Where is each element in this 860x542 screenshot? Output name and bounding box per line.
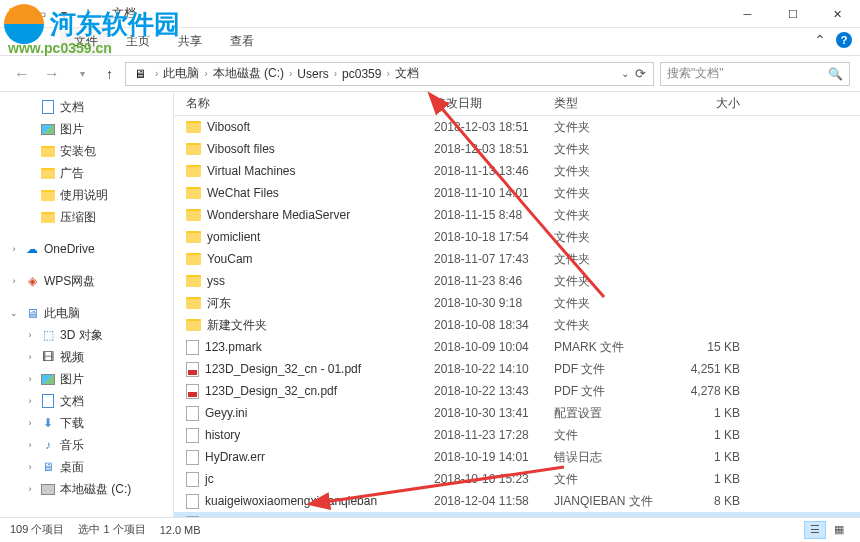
breadcrumb-users[interactable]: Users	[295, 67, 330, 81]
navigation-tree[interactable]: 文档 图片 安装包 广告 使用说明 压缩图 ›☁OneDrive ›◈WPS网盘…	[0, 92, 174, 517]
sidebar-item-video[interactable]: ›🎞视频	[0, 346, 173, 368]
file-date: 2018-12-03 18:51	[434, 142, 554, 156]
ribbon-collapse-icon[interactable]: ⌃	[814, 32, 826, 48]
file-size: 1 KB	[668, 406, 758, 420]
chevron-right-icon[interactable]: ›	[201, 68, 210, 79]
sidebar-item-desktop[interactable]: ›🖥桌面	[0, 456, 173, 478]
file-row[interactable]: yss2018-11-23 8:46文件夹	[174, 270, 860, 292]
file-row[interactable]: 123D_Design_32_cn - 01.pdf2018-10-22 14:…	[174, 358, 860, 380]
tab-view[interactable]: 查看	[216, 28, 268, 55]
file-row[interactable]: yomiclient2018-10-18 17:54文件夹	[174, 226, 860, 248]
file-date: 2018-12-10 10:15	[434, 516, 554, 517]
nav-back-button[interactable]: ←	[10, 62, 34, 86]
sidebar-item-ads[interactable]: 广告	[0, 162, 173, 184]
sidebar-item-thispc[interactable]: ⌄🖥此电脑	[0, 302, 173, 324]
sidebar-item-disk[interactable]: ›本地磁盘 (C:)	[0, 478, 173, 500]
tab-file[interactable]: 文件	[60, 28, 112, 55]
refresh-icon[interactable]: ⟳	[631, 66, 649, 81]
file-row[interactable]: Wondershare MediaServer2018-11-15 8:48文件…	[174, 204, 860, 226]
column-name[interactable]: 名称	[174, 95, 434, 112]
file-row[interactable]: NewSlideshow.swf2018-12-10 10:15SWF 影片12…	[174, 512, 860, 517]
video-icon: 🎞	[40, 349, 56, 365]
folder-icon	[186, 209, 201, 221]
column-type[interactable]: 类型	[554, 95, 668, 112]
column-size[interactable]: 大小	[668, 95, 758, 112]
file-row[interactable]: 河东2018-10-30 9:18文件夹	[174, 292, 860, 314]
file-icon	[186, 428, 199, 443]
file-row[interactable]: 新建文件夹2018-10-08 18:34文件夹	[174, 314, 860, 336]
wps-icon: ◈	[24, 273, 40, 289]
breadcrumb-dropdown-icon[interactable]: ⌄	[621, 68, 629, 79]
breadcrumb[interactable]: 🖥 › 此电脑 › 本地磁盘 (C:) › Users › pc0359 › 文…	[125, 62, 654, 86]
help-icon[interactable]: ?	[836, 32, 852, 48]
sidebar-item-documents2[interactable]: ›文档	[0, 390, 173, 412]
breadcrumb-docs[interactable]: 文档	[393, 65, 421, 82]
file-list[interactable]: Vibosoft2018-12-03 18:51文件夹Vibosoft file…	[174, 116, 860, 517]
file-row[interactable]: WeChat Files2018-11-10 14:01文件夹	[174, 182, 860, 204]
chevron-right-icon[interactable]: ›	[383, 68, 392, 79]
nav-forward-button[interactable]: →	[40, 62, 64, 86]
file-size: 15 KB	[668, 340, 758, 354]
file-name: Virtual Machines	[207, 164, 296, 178]
file-name: jc	[205, 472, 214, 486]
breadcrumb-user[interactable]: pc0359	[340, 67, 383, 81]
file-icon	[186, 340, 199, 355]
sidebar-item-zip[interactable]: 压缩图	[0, 206, 173, 228]
close-button[interactable]: ✕	[815, 0, 860, 28]
breadcrumb-drive[interactable]: 本地磁盘 (C:)	[211, 65, 286, 82]
sidebar-item-wps[interactable]: ›◈WPS网盘	[0, 270, 173, 292]
file-name: history	[205, 428, 240, 442]
view-details-button[interactable]: ☰	[804, 521, 826, 539]
search-input[interactable]: 搜索"文档" 🔍	[660, 62, 850, 86]
file-row[interactable]: 123.pmark2018-10-09 10:04PMARK 文件15 KB	[174, 336, 860, 358]
qat-dropdown-icon[interactable]: ▾	[54, 4, 74, 24]
file-row[interactable]: kuaigeiwoxiaomengxi.jianqieban2018-12-04…	[174, 490, 860, 512]
file-row[interactable]: Vibosoft files2018-12-03 18:51文件夹	[174, 138, 860, 160]
file-date: 2018-11-23 17:28	[434, 428, 554, 442]
sidebar-item-3d[interactable]: ›⬚3D 对象	[0, 324, 173, 346]
navigation-bar: ← → ▾ ↑ 🖥 › 此电脑 › 本地磁盘 (C:) › Users › pc…	[0, 56, 860, 92]
maximize-button[interactable]: ☐	[770, 0, 815, 28]
file-name: kuaigeiwoxiaomengxi.jianqieban	[205, 494, 377, 508]
file-row[interactable]: 123D_Design_32_cn.pdf2018-10-22 13:43PDF…	[174, 380, 860, 402]
file-row[interactable]: Virtual Machines2018-11-13 13:46文件夹	[174, 160, 860, 182]
file-row[interactable]: history2018-11-23 17:28文件1 KB	[174, 424, 860, 446]
sidebar-item-music[interactable]: ›♪音乐	[0, 434, 173, 456]
file-name: NewSlideshow.swf	[205, 516, 304, 517]
sidebar-item-onedrive[interactable]: ›☁OneDrive	[0, 238, 173, 260]
tab-share[interactable]: 共享	[164, 28, 216, 55]
file-row[interactable]: YouCam2018-11-07 17:43文件夹	[174, 248, 860, 270]
file-row[interactable]: Geyy.ini2018-10-30 13:41配置设置1 KB	[174, 402, 860, 424]
sidebar-item-pictures2[interactable]: ›图片	[0, 368, 173, 390]
sidebar-item-pictures[interactable]: 图片	[0, 118, 173, 140]
qat-properties-icon[interactable]: ▭	[30, 4, 50, 24]
tab-home[interactable]: 主页	[112, 28, 164, 55]
sidebar-item-downloads[interactable]: ›⬇下载	[0, 412, 173, 434]
nav-recent-dropdown[interactable]: ▾	[70, 62, 94, 86]
file-row[interactable]: HyDraw.err2018-10-19 14:01错误日志1 KB	[174, 446, 860, 468]
breadcrumb-thispc[interactable]: 此电脑	[161, 65, 201, 82]
window-title: 文档	[112, 5, 136, 22]
search-icon[interactable]: 🔍	[828, 67, 843, 81]
sidebar-item-manual[interactable]: 使用说明	[0, 184, 173, 206]
file-name: 河东	[207, 295, 231, 312]
file-size: 4,251 KB	[668, 362, 758, 376]
chevron-right-icon[interactable]: ›	[331, 68, 340, 79]
file-row[interactable]: jc2018-10-10 15:23文件1 KB	[174, 468, 860, 490]
ribbon-tabs: 文件 主页 共享 查看 ⌃ ?	[0, 28, 860, 56]
sidebar-item-install[interactable]: 安装包	[0, 140, 173, 162]
file-type: 文件	[554, 471, 668, 488]
swf-icon	[186, 516, 199, 518]
status-item-count: 109 个项目	[10, 522, 64, 537]
file-name: 123.pmark	[205, 340, 262, 354]
view-icons-button[interactable]: ▦	[828, 521, 850, 539]
column-headers[interactable]: 名称 修改日期 类型 大小	[174, 92, 860, 116]
file-row[interactable]: Vibosoft2018-12-03 18:51文件夹	[174, 116, 860, 138]
chevron-right-icon[interactable]: ›	[152, 68, 161, 79]
chevron-right-icon[interactable]: ›	[286, 68, 295, 79]
column-date[interactable]: 修改日期	[434, 95, 554, 112]
sidebar-item-documents[interactable]: 文档	[0, 96, 173, 118]
nav-up-button[interactable]: ↑	[100, 66, 119, 82]
minimize-button[interactable]: ─	[725, 0, 770, 28]
file-date: 2018-11-23 8:46	[434, 274, 554, 288]
